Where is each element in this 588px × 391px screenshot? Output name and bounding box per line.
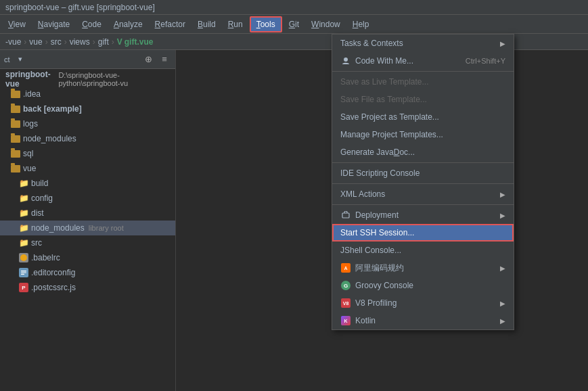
menu-groovy-console[interactable]: G Groovy Console [332, 277, 514, 294]
project-path: D:\springboot-vue-python\springboot-vu [58, 71, 170, 87]
menu-code-with-me[interactable]: Code With Me... Ctrl+Shift+Y [332, 52, 514, 70]
tree-item-logs[interactable]: logs [0, 116, 175, 131]
menu-help[interactable]: Help [347, 18, 375, 31]
folder-icon: 📁 [19, 193, 28, 203]
menu-item-label: Tasks & Contexts [340, 39, 497, 48]
tree-item-label: .idea [23, 89, 41, 99]
toolbar-add-btn[interactable]: ⊕ [141, 53, 155, 66]
menu-jshell-console[interactable]: JShell Console... [332, 242, 514, 259]
menu-analyze[interactable]: Analyze [108, 18, 148, 31]
menu-refactor[interactable]: Refactor [150, 18, 191, 31]
menu-ide-scripting-console[interactable]: IDE Scripting Console [332, 164, 514, 182]
breadcrumb-file[interactable]: Vgift.vue [117, 37, 154, 47]
menu-deployment[interactable]: Deployment ▶ [332, 206, 514, 224]
groovy-icon: G [340, 280, 351, 291]
tree-item-back[interactable]: back [example] [0, 101, 175, 116]
menu-item-label: IDE Scripting Console [340, 168, 505, 178]
editor-icon [19, 268, 28, 277]
breadcrumb-part[interactable]: gift [98, 37, 109, 47]
menu-save-file-template: Save File as Template... [332, 91, 514, 108]
deployment-icon [340, 210, 351, 221]
menu-code[interactable]: Code [76, 18, 107, 31]
tree-item-postcssrc[interactable]: P .postcssrc.js [0, 280, 175, 295]
svg-rect-2 [21, 272, 26, 273]
tree-item-label: src [31, 238, 42, 248]
folder-icon [11, 135, 20, 143]
folder-icon [11, 91, 20, 98]
svg-rect-5 [342, 213, 349, 218]
tree-item-idea[interactable]: .idea [0, 87, 175, 101]
menu-separator [332, 204, 514, 205]
breadcrumb-sep: › [64, 37, 67, 47]
menu-navigate[interactable]: Navigate [32, 18, 75, 31]
babel-icon [19, 253, 28, 262]
tree-item-label: build [31, 179, 48, 188]
toolbar-settings-btn[interactable]: ≡ [158, 53, 171, 66]
menu-item-label: JShell Console... [340, 246, 505, 255]
tree-item-node-modules-lib[interactable]: 📁 node_modules library root [0, 221, 175, 235]
tree-item-dist[interactable]: 📁 dist [0, 206, 175, 221]
breadcrumb-part[interactable]: vue [29, 37, 42, 47]
menu-separator [332, 183, 514, 184]
arrow-icon: ▶ [500, 191, 505, 198]
menu-v8-profiling[interactable]: V8 V8 Profiling ▶ [332, 294, 514, 312]
menu-item-label: XML Actions [340, 189, 497, 199]
toolbar-dropdown[interactable]: ▾ [16, 54, 25, 64]
tree-item-config[interactable]: 📁 config [0, 191, 175, 206]
user-icon [340, 55, 351, 66]
breadcrumb-sep: › [45, 37, 48, 47]
tree-item-babelrc[interactable]: .babelrc [0, 250, 175, 265]
menu-tools[interactable]: Tools [250, 16, 282, 32]
sidebar-toolbar: ct ▾ ⊕ ≡ [0, 50, 175, 69]
menu-kotlin[interactable]: K Kotlin ▶ [332, 312, 514, 329]
menu-run[interactable]: Run [223, 18, 248, 31]
project-name: springboot-vue [5, 70, 55, 89]
sidebar-tree: springboot-vue D:\springboot-vue-python\… [0, 69, 175, 298]
tree-item-node-modules-root[interactable]: node_modules [0, 131, 175, 146]
tree-item-label: sql [23, 149, 33, 158]
menu-xml-actions[interactable]: XML Actions ▶ [332, 185, 514, 203]
menu-manage-project-templates[interactable]: Manage Project Templates... [332, 126, 514, 143]
menu-item-label: Start SSH Session... [340, 228, 505, 237]
breadcrumb-part[interactable]: -vue [5, 37, 21, 47]
menu-start-ssh-session[interactable]: Start SSH Session... [332, 224, 514, 242]
svg-rect-1 [21, 271, 26, 271]
tree-item-vue[interactable]: vue [0, 161, 175, 176]
kotlin-icon: K [340, 315, 351, 326]
tree-item-build[interactable]: 📁 build [0, 176, 175, 191]
arrow-icon: ▶ [500, 212, 505, 219]
tree-item-label: dist [31, 208, 44, 218]
v8-icon: V8 [340, 298, 351, 308]
tree-item-extra: library root [89, 224, 124, 232]
menu-alibaba[interactable]: A 阿里编码规约 ▶ [332, 259, 514, 277]
menu-save-project-template[interactable]: Save Project as Template... [332, 108, 514, 126]
menu-separator [332, 162, 514, 163]
tree-item-label: .postcssrc.js [31, 283, 76, 292]
folder-icon [11, 150, 20, 158]
toolbar-ct-label: ct [4, 55, 10, 64]
tree-item-label: .editorconfig [31, 268, 75, 277]
tree-item-label: config [31, 193, 53, 203]
folder-icon: 📁 [19, 223, 28, 233]
menu-view[interactable]: View [3, 18, 31, 31]
tree-item-label: logs [23, 119, 38, 129]
menu-tasks-contexts[interactable]: Tasks & Contexts ▶ [332, 34, 514, 52]
menu-generate-javadoc[interactable]: Generate JavaDoc... [332, 143, 514, 161]
tree-item-sql[interactable]: sql [0, 146, 175, 161]
tree-item-editorconfig[interactable]: .editorconfig [0, 265, 175, 280]
alibaba-icon: A [340, 262, 351, 273]
main-layout: ct ▾ ⊕ ≡ springboot-vue D:\springboot-vu… [0, 50, 588, 391]
tree-item-src[interactable]: 📁 src [0, 235, 175, 250]
tree-item-label: node_modules [31, 223, 85, 233]
breadcrumb-sep: › [112, 37, 114, 47]
project-root[interactable]: springboot-vue D:\springboot-vue-python\… [0, 72, 175, 87]
menu-build[interactable]: Build [192, 18, 221, 31]
title-bar: springboot-vue – gift.vue [springboot-vu… [0, 0, 588, 15]
breadcrumb-part[interactable]: src [51, 37, 62, 47]
menu-item-label: V8 Profiling [355, 298, 497, 308]
shortcut-label: Ctrl+Shift+Y [466, 57, 505, 65]
breadcrumb-part[interactable]: views [70, 37, 90, 47]
menu-window[interactable]: Window [306, 18, 346, 31]
sidebar: ct ▾ ⊕ ≡ springboot-vue D:\springboot-vu… [0, 50, 176, 391]
menu-git[interactable]: Git [284, 18, 304, 31]
